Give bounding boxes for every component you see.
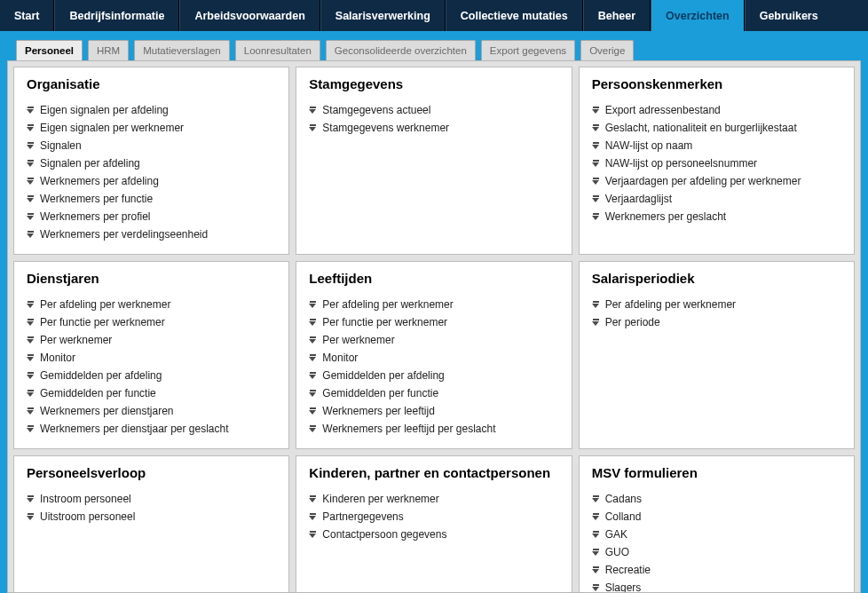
card-organisatie: OrganisatieEigen signalen per afdelingEi… — [13, 67, 289, 255]
sub-tabs: PersoneelHRMMutatieverslagenLoonresultat… — [0, 40, 868, 60]
download-icon — [309, 319, 317, 327]
report-link[interactable]: Per functie per werknemer — [27, 313, 276, 331]
report-link[interactable]: GAK — [592, 526, 841, 543]
subtab-export[interactable]: Export gegevens — [481, 40, 575, 60]
report-link[interactable]: Per afdeling per werknemer — [309, 296, 558, 313]
subtab-overige[interactable]: Overige — [580, 40, 634, 60]
report-link[interactable]: Verjaardaglijst — [592, 190, 841, 208]
report-link[interactable]: Werknemers per leeftijd per geslacht — [309, 420, 558, 438]
report-link[interactable]: Gemiddelden per afdeling — [309, 367, 558, 384]
report-link[interactable]: Werknemers per dienstjaar per geslacht — [27, 420, 276, 438]
subtab-hrm[interactable]: HRM — [88, 40, 129, 60]
card-personeelsverloop: PersoneelsverloopInstroom personeelUitst… — [13, 455, 289, 593]
report-link[interactable]: NAW-lijst op personeelsnummer — [592, 154, 841, 172]
report-link[interactable]: Stamgegevens werknemer — [309, 119, 558, 137]
report-link[interactable]: Verjaardagen per afdeling per werknemer — [592, 172, 841, 190]
card-kinderen: Kinderen, partner en contactpersonenKind… — [296, 455, 572, 593]
report-link[interactable]: Werknemers per geslacht — [592, 208, 841, 225]
report-link[interactable]: Werknemers per verdelingseenheid — [27, 225, 276, 243]
card-list: Export adressenbestandGeslacht, national… — [592, 101, 841, 225]
topnav-item-bedrijf[interactable]: Bedrijfsinformatie — [54, 0, 179, 31]
report-link-label: Slagers — [605, 581, 642, 593]
card-dienstjaren: DienstjarenPer afdeling per werknemerPer… — [13, 261, 289, 449]
card-title: Leeftijden — [309, 271, 558, 287]
report-link[interactable]: Uitstroom personeel — [27, 508, 276, 526]
subtab-loon[interactable]: Loonresultaten — [235, 40, 320, 60]
report-link[interactable]: NAW-lijst op naam — [592, 137, 841, 154]
report-link[interactable]: Werknemers per functie — [27, 190, 276, 208]
report-link[interactable]: Eigen signalen per werknemer — [27, 119, 276, 137]
report-link[interactable]: Gemiddelden per functie — [309, 384, 558, 402]
report-link[interactable]: Partnergegevens — [309, 508, 558, 526]
topnav-item-overz[interactable]: Overzichten — [651, 0, 745, 31]
report-link[interactable]: Signalen — [27, 137, 276, 154]
report-link[interactable]: Werknemers per leeftijd — [309, 402, 558, 420]
download-icon — [27, 354, 35, 362]
report-link-label: Kinderen per werknemer — [322, 493, 438, 505]
report-link[interactable]: Stamgegevens actueel — [309, 101, 558, 119]
card-title: Salarisperiodiek — [592, 271, 841, 287]
download-icon — [592, 513, 600, 521]
report-link[interactable]: Recreatie — [592, 561, 841, 579]
report-link[interactable]: Werknemers per profiel — [27, 208, 276, 225]
report-link[interactable]: Export adressenbestand — [592, 101, 841, 119]
report-link[interactable]: Per werknemer — [309, 331, 558, 349]
download-icon — [309, 425, 317, 433]
report-link-label: Gemiddelden per afdeling — [322, 369, 444, 382]
report-link-label: GUO — [605, 546, 629, 558]
report-link[interactable]: Per periode — [592, 313, 841, 331]
topnav-item-start[interactable]: Start — [0, 0, 54, 31]
report-link-label: NAW-lijst op personeelsnummer — [605, 157, 757, 170]
report-link[interactable]: Geslacht, nationaliteit en burgerlijkest… — [592, 119, 841, 137]
topnav-item-collect[interactable]: Collectieve mutaties — [446, 0, 583, 31]
card-list: Kinderen per werknemerPartnergegevensCon… — [309, 490, 558, 543]
download-icon — [309, 495, 317, 503]
download-icon — [27, 231, 35, 239]
subtab-mutatie[interactable]: Mutatieverslagen — [134, 40, 230, 60]
report-link[interactable]: GUO — [592, 543, 841, 561]
report-link[interactable]: Cadans — [592, 490, 841, 508]
report-link[interactable]: Contactpersoon gegevens — [309, 526, 558, 543]
report-link[interactable]: Kinderen per werknemer — [309, 490, 558, 508]
report-link[interactable]: Monitor — [309, 349, 558, 367]
report-link[interactable]: Instroom personeel — [27, 490, 276, 508]
report-link[interactable]: Gemiddelden per functie — [27, 384, 276, 402]
card-list: Per afdeling per werknemerPer functie pe… — [27, 296, 276, 438]
report-link[interactable]: Colland — [592, 508, 841, 526]
report-link[interactable]: Slagers — [592, 579, 841, 593]
report-link-label: Per periode — [605, 316, 660, 328]
report-link-label: Gemiddelden per functie — [40, 387, 156, 399]
report-link[interactable]: Monitor — [27, 349, 276, 367]
subtab-gecons[interactable]: Geconsolideerde overzichten — [326, 40, 476, 60]
topnav-item-salaris[interactable]: Salarisverwerking — [320, 0, 446, 31]
download-icon — [592, 319, 600, 327]
report-link[interactable]: Per functie per werknemer — [309, 313, 558, 331]
topnav-item-beheer[interactable]: Beheer — [583, 0, 651, 31]
report-link-label: Werknemers per dienstjaar per geslacht — [40, 423, 229, 435]
report-link-label: Signalen per afdeling — [40, 157, 140, 170]
report-link[interactable]: Gemiddelden per afdeling — [27, 367, 276, 384]
card-list: CadansCollandGAKGUORecreatieSlagers — [592, 490, 841, 593]
card-list: Per afdeling per werknemerPer functie pe… — [309, 296, 558, 438]
topnav-item-gebr[interactable]: Gebruikers — [745, 0, 832, 31]
report-link-label: Werknemers per profiel — [40, 210, 151, 223]
download-icon — [309, 372, 317, 380]
topnav-item-arbeids[interactable]: Arbeidsvoorwaarden — [179, 0, 320, 31]
subtab-personeel[interactable]: Personeel — [16, 40, 83, 60]
report-link[interactable]: Werknemers per afdeling — [27, 172, 276, 190]
report-link[interactable]: Per afdeling per werknemer — [592, 296, 841, 313]
download-icon — [592, 584, 600, 592]
download-icon — [309, 513, 317, 521]
report-link[interactable]: Signalen per afdeling — [27, 154, 276, 172]
report-link-label: Per afdeling per werknemer — [605, 298, 736, 311]
report-link[interactable]: Per werknemer — [27, 331, 276, 349]
download-icon — [27, 319, 35, 327]
report-link-label: Per afdeling per werknemer — [40, 298, 170, 311]
card-list: Instroom personeelUitstroom personeel — [27, 490, 276, 526]
card-title: Personeelsverloop — [27, 465, 276, 481]
report-link-label: Contactpersoon gegevens — [322, 528, 446, 541]
card-list: Stamgegevens actueelStamgegevens werknem… — [309, 101, 558, 137]
report-link[interactable]: Werknemers per dienstjaren — [27, 402, 276, 420]
report-link[interactable]: Eigen signalen per afdeling — [27, 101, 276, 119]
report-link[interactable]: Per afdeling per werknemer — [27, 296, 276, 313]
